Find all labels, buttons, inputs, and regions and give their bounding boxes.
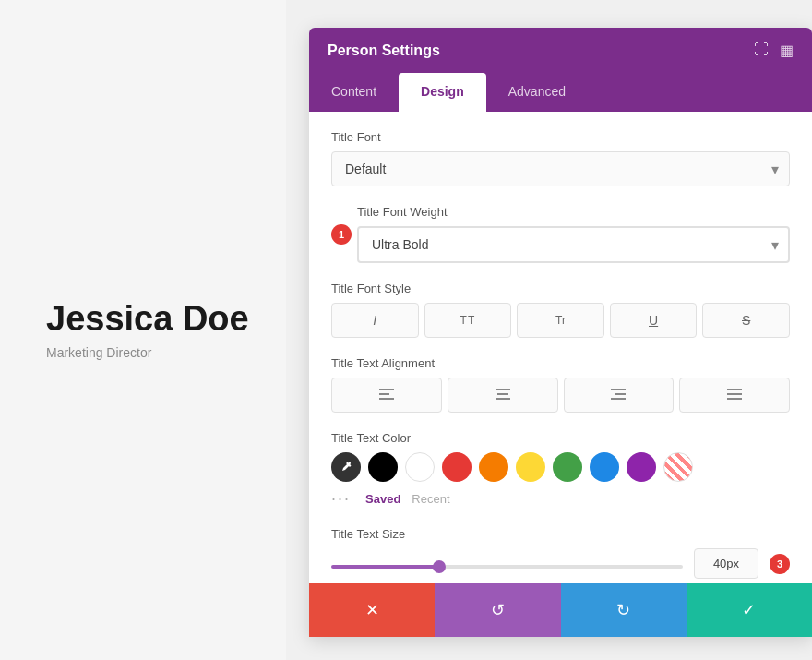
panel-title: Person Settings bbox=[328, 42, 440, 59]
svg-rect-0 bbox=[379, 389, 394, 390]
title-text-size-slider-wrapper bbox=[331, 556, 683, 572]
font-style-buttons: I TT Tr U S bbox=[331, 303, 790, 338]
preview-name: Jessica Doe bbox=[46, 300, 249, 339]
svg-rect-6 bbox=[611, 389, 626, 390]
color-row-tabs: ··· Saved Recent bbox=[331, 489, 790, 509]
title-font-weight-select[interactable]: Ultra Bold Thin Light Regular Medium Bol… bbox=[357, 226, 790, 263]
badge-1: 1 bbox=[331, 224, 352, 245]
redo-icon: ↻ bbox=[616, 600, 630, 620]
preview-job-title: Marketing Director bbox=[46, 345, 151, 360]
align-justify-button[interactable] bbox=[679, 378, 790, 413]
panel-footer: ✕ ↺ ↻ ✓ bbox=[309, 583, 812, 637]
title-text-color-section: Title Text Color bbox=[331, 431, 790, 509]
svg-rect-4 bbox=[497, 393, 508, 395]
cancel-button[interactable]: ✕ bbox=[309, 583, 435, 637]
color-palette: ··· Saved Recent bbox=[331, 452, 790, 509]
badge-3: 3 bbox=[770, 554, 790, 574]
title-font-style-label: Title Font Style bbox=[331, 282, 790, 295]
save-icon: ✓ bbox=[742, 600, 756, 620]
fullscreen-icon[interactable]: ⛶ bbox=[754, 42, 769, 59]
undo-icon: ↺ bbox=[491, 600, 505, 620]
saved-tab[interactable]: Saved bbox=[365, 492, 400, 506]
title-text-size-slider[interactable] bbox=[331, 565, 683, 569]
svg-rect-2 bbox=[379, 398, 394, 400]
transparent-swatch[interactable] bbox=[663, 452, 693, 482]
svg-rect-7 bbox=[615, 393, 626, 395]
svg-rect-10 bbox=[727, 393, 742, 395]
strikethrough-button[interactable]: S bbox=[702, 303, 790, 338]
cancel-icon: ✕ bbox=[365, 600, 379, 620]
title-font-weight-select-wrapper: Ultra Bold Thin Light Regular Medium Bol… bbox=[357, 226, 790, 263]
red-swatch[interactable] bbox=[442, 452, 472, 482]
uppercase-button[interactable]: TT bbox=[424, 303, 512, 338]
blue-swatch[interactable] bbox=[590, 452, 619, 482]
title-text-alignment-section: Title Text Alignment bbox=[331, 356, 790, 413]
svg-rect-11 bbox=[727, 398, 742, 400]
green-swatch[interactable] bbox=[553, 452, 582, 482]
title-font-select-wrapper: Default ▾ bbox=[331, 151, 790, 186]
color-row-swatches bbox=[331, 452, 790, 482]
title-text-alignment-label: Title Text Alignment bbox=[331, 356, 790, 370]
columns-icon[interactable]: ▦ bbox=[780, 42, 794, 59]
svg-rect-9 bbox=[727, 389, 742, 390]
align-left-button[interactable] bbox=[331, 378, 442, 413]
tab-content[interactable]: Content bbox=[309, 73, 399, 112]
title-text-size-input[interactable] bbox=[694, 548, 758, 579]
italic-button[interactable]: I bbox=[331, 303, 419, 338]
svg-rect-8 bbox=[611, 398, 626, 400]
preview-area: Jessica Doe Marketing Director bbox=[0, 0, 286, 660]
yellow-swatch[interactable] bbox=[516, 452, 545, 482]
capitalize-button[interactable]: Tr bbox=[517, 303, 604, 338]
title-font-select[interactable]: Default bbox=[331, 151, 790, 186]
color-tabs: Saved Recent bbox=[365, 492, 450, 506]
title-font-style-section: Title Font Style I TT Tr U S bbox=[331, 282, 790, 338]
svg-rect-1 bbox=[379, 393, 389, 395]
tab-advanced[interactable]: Advanced bbox=[486, 73, 588, 112]
tab-design[interactable]: Design bbox=[399, 73, 486, 112]
save-button[interactable]: ✓ bbox=[687, 583, 812, 637]
white-swatch[interactable] bbox=[405, 452, 435, 482]
title-font-weight-section: 1 Title Font Weight Ultra Bold Thin Ligh… bbox=[357, 205, 790, 263]
title-font-section: Title Font Default ▾ bbox=[331, 130, 790, 186]
underline-button[interactable]: U bbox=[610, 303, 698, 338]
header-icons: ⛶ ▦ bbox=[754, 42, 794, 59]
purple-swatch[interactable] bbox=[627, 452, 656, 482]
undo-button[interactable]: ↺ bbox=[435, 583, 560, 637]
svg-rect-3 bbox=[496, 389, 510, 390]
settings-panel: Person Settings ⛶ ▦ Content Design Advan… bbox=[309, 28, 812, 637]
panel-header: Person Settings ⛶ ▦ bbox=[309, 28, 812, 73]
align-right-button[interactable] bbox=[564, 378, 675, 413]
title-text-color-label: Title Text Color bbox=[331, 431, 790, 445]
align-center-button[interactable] bbox=[448, 378, 558, 413]
svg-rect-5 bbox=[496, 398, 510, 400]
black-swatch[interactable] bbox=[368, 452, 398, 482]
alignment-buttons bbox=[331, 378, 790, 413]
title-font-label: Title Font bbox=[331, 130, 790, 144]
title-text-size-row: 3 bbox=[331, 548, 790, 579]
title-text-size-section: Title Text Size 3 bbox=[331, 527, 790, 579]
eyedropper-swatch[interactable] bbox=[331, 452, 361, 482]
redo-button[interactable]: ↻ bbox=[561, 583, 687, 637]
tab-bar: Content Design Advanced bbox=[309, 73, 812, 112]
panel-content: Title Font Default ▾ 1 Title Font Weight… bbox=[309, 112, 812, 583]
recent-tab[interactable]: Recent bbox=[412, 492, 449, 506]
title-font-weight-label: Title Font Weight bbox=[357, 205, 790, 219]
title-text-size-label: Title Text Size bbox=[331, 527, 790, 541]
orange-swatch[interactable] bbox=[479, 452, 508, 482]
more-colors-button[interactable]: ··· bbox=[331, 489, 351, 509]
